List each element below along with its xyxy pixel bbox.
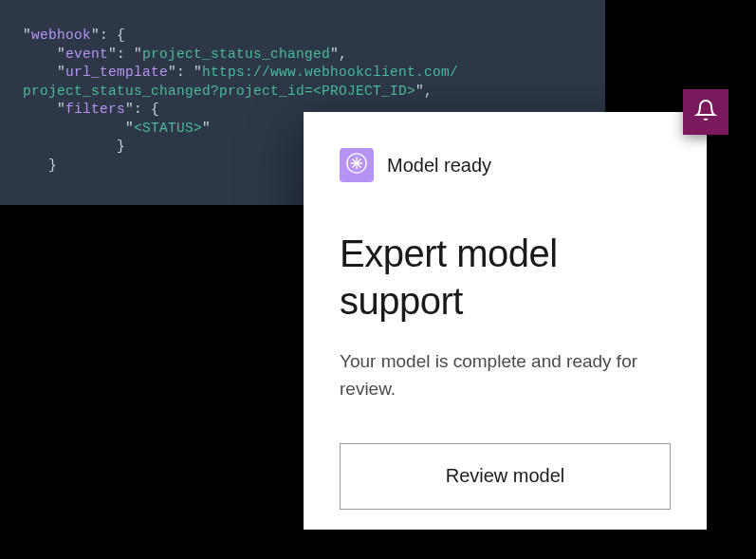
model-ready-modal: Model ready Expert model support Your mo… <box>304 112 707 530</box>
modal-header: Model ready <box>340 148 671 182</box>
review-model-button[interactable]: Review model <box>340 443 671 510</box>
bell-icon <box>694 99 717 125</box>
code-key: event <box>65 47 108 62</box>
modal-header-label: Model ready <box>387 155 491 177</box>
modal-body-text: Your model is complete and ready for rev… <box>340 347 671 403</box>
code-value: project_status_changed?project_id=<PROJE… <box>23 84 415 99</box>
code-key: url_template <box>65 65 168 80</box>
asterisk-icon <box>346 153 367 177</box>
code-key: filters <box>65 102 125 117</box>
model-icon-badge <box>340 148 374 182</box>
code-value: project_status_changed <box>142 47 330 62</box>
code-value: <STATUS> <box>134 121 202 136</box>
code-key: webhook <box>31 28 91 43</box>
modal-title: Expert model support <box>340 230 671 325</box>
code-value: https://www.webhookclient.com/ <box>202 65 458 80</box>
notification-badge[interactable] <box>683 89 728 135</box>
